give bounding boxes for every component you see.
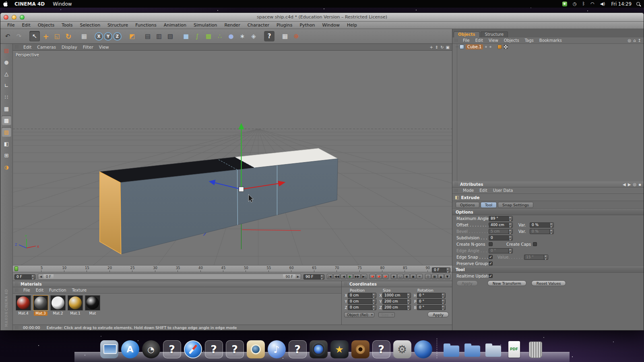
objects-menu-item[interactable]: Tags <box>522 38 537 43</box>
material-preview[interactable] <box>68 295 83 311</box>
solo-animation-button[interactable]: ⊙ <box>425 274 431 279</box>
record-position-button[interactable]: ◆ <box>391 274 397 279</box>
preserve-groups-checkbox[interactable]: ✓ <box>489 261 493 265</box>
app-menu-item[interactable]: Window <box>319 23 343 28</box>
record-pla-button[interactable]: ≡ <box>417 274 423 279</box>
objects-menu-item[interactable]: Edit <box>473 38 486 43</box>
panel-grip[interactable] <box>454 182 458 186</box>
objects-menu-item[interactable]: Objects <box>501 38 522 43</box>
material-name[interactable]: Mat <box>88 311 98 316</box>
missing-app-dock-icon-2[interactable]: ? <box>205 340 223 358</box>
web-browser-dock-icon[interactable] <box>414 340 432 358</box>
window-title-bar[interactable]: spacew ship.c4d * (Education Version – R… <box>0 13 644 22</box>
camera-label[interactable]: Perspective <box>16 53 39 57</box>
offset-field[interactable]: 400 cm <box>489 222 513 228</box>
itunes-dock-icon[interactable]: ♪ <box>268 340 286 358</box>
minimize-ui-button[interactable]: ▲ <box>438 274 444 279</box>
missing-app-dock-icon-3[interactable]: ? <box>226 340 244 358</box>
object-name[interactable]: Cube.1 <box>466 44 483 49</box>
pan-view-icon[interactable]: + <box>429 45 433 49</box>
app-menu-item[interactable]: Selection <box>76 23 104 28</box>
subdivision-field[interactable]: 0 <box>489 235 513 241</box>
range-end-handle[interactable]: 90 F <box>283 274 295 279</box>
materials-menu-item[interactable]: Texture <box>69 288 90 292</box>
material-item[interactable]: Mat.4 <box>15 295 31 316</box>
timeline-playhead[interactable] <box>14 266 18 271</box>
trash-dock-icon[interactable] <box>526 340 544 358</box>
polygons-mode-icon[interactable]: ▩ <box>2 115 11 125</box>
material-name[interactable]: Mat.3 <box>34 311 47 316</box>
edge-angle-field[interactable]: 0 ° <box>489 248 513 253</box>
texture-axis-mode-icon[interactable]: ◧ <box>2 139 11 148</box>
create-ngons-checkbox[interactable] <box>489 242 493 246</box>
os-menu-window[interactable]: Window <box>49 1 76 7</box>
size-z-field[interactable]: Z200 cm <box>379 305 411 310</box>
rotate-view-icon[interactable]: ↻ <box>440 45 444 49</box>
material-preview[interactable] <box>50 295 66 311</box>
current-frame-field[interactable]: 0 F <box>432 266 450 272</box>
timeline-layers-button[interactable]: ▦ <box>431 274 438 279</box>
lock-icon[interactable]: ▪ <box>638 182 641 187</box>
maximize-ui-button[interactable]: ▼ <box>444 274 450 279</box>
objects-menu-item[interactable]: View <box>486 38 501 43</box>
panel-grip[interactable] <box>344 282 347 286</box>
panel-grip[interactable] <box>15 326 19 330</box>
viewport-menu-item[interactable]: Cameras <box>34 45 59 49</box>
panel-grip[interactable] <box>15 45 19 49</box>
lock-z-axis-icon[interactable]: Z <box>113 32 122 41</box>
coordinate-mode-dropdown[interactable]: Object (Rel) <box>344 312 374 317</box>
imovie-dock-icon[interactable]: ★ <box>330 340 349 358</box>
rotation-p-field[interactable]: P0 ° <box>413 299 446 304</box>
folder-dock-icon-1[interactable] <box>442 340 460 358</box>
make-editable-icon[interactable]: ▧ <box>2 45 11 55</box>
toggle-view-icon[interactable]: ▣ <box>446 45 450 49</box>
growl-status-icon[interactable] <box>562 2 567 6</box>
app-menu-item[interactable]: Python <box>296 23 318 28</box>
bevel-field[interactable]: 5 cm <box>489 229 513 234</box>
materials-menu-item[interactable]: File <box>21 288 33 292</box>
app-menu-item[interactable]: Render <box>221 23 244 28</box>
record-keyframe-button[interactable] <box>369 274 376 279</box>
new-transform-button[interactable]: New Transform <box>487 280 526 286</box>
finder-dock-icon[interactable] <box>100 340 118 358</box>
attributes-menu-item[interactable]: User Data <box>490 188 516 193</box>
app-menu-item[interactable]: Tools <box>58 23 76 28</box>
photo-booth-dock-icon[interactable] <box>310 340 328 358</box>
layout-icon[interactable]: ▦ <box>280 31 290 41</box>
viewport-menu-item[interactable]: Edit <box>21 45 34 49</box>
goto-start-button[interactable]: |◀ <box>327 274 333 279</box>
system-preferences-dock-icon[interactable]: ⚙ <box>393 340 411 358</box>
spotlight-icon[interactable] <box>635 1 644 7</box>
material-preview[interactable] <box>16 295 31 311</box>
move-tool-icon[interactable]: + <box>41 31 51 41</box>
materials-menu-item[interactable]: Function <box>46 288 69 292</box>
model-mode-icon[interactable]: ● <box>2 57 11 67</box>
panel-grip[interactable] <box>15 282 19 286</box>
goto-next-frame-button[interactable]: ▶▶ <box>353 274 361 279</box>
cube-object-icon[interactable] <box>460 45 464 49</box>
workplane-tool-icon[interactable]: ◑ <box>2 162 11 172</box>
app-menu-item[interactable]: Character <box>244 23 273 28</box>
material-name[interactable]: Mat.1 <box>68 311 82 316</box>
panel-grip[interactable] <box>454 189 458 193</box>
tab-structure[interactable]: Structure <box>481 31 508 37</box>
app-menu-item[interactable]: Objects <box>34 23 58 28</box>
play-forward-button[interactable]: ▶ <box>347 274 353 279</box>
object-tree[interactable]: Cube.1 <box>452 44 644 181</box>
bluetooth-icon[interactable]: ᛒ <box>580 1 588 6</box>
object-mode-icon[interactable]: △ <box>2 69 11 78</box>
objects-menu-item[interactable]: Bookmarks <box>537 38 565 43</box>
attributes-menu-item[interactable]: Edit <box>477 188 490 193</box>
material-item[interactable]: Mat <box>85 295 101 316</box>
panel-grip[interactable] <box>15 288 19 292</box>
app-menu-item[interactable]: Plugins <box>273 23 296 28</box>
editor-visibility-dot[interactable] <box>485 45 487 48</box>
viewport-menu-item[interactable]: Filter <box>80 45 96 49</box>
viewport-menu-item[interactable]: View <box>96 45 112 49</box>
viewport-menu-item[interactable]: Display <box>59 45 80 49</box>
material-name[interactable]: Mat.4 <box>17 311 30 316</box>
documents-stack-dock-icon[interactable] <box>484 340 502 358</box>
app-menu-item[interactable]: Help <box>343 23 361 28</box>
app-menu-item[interactable]: Edit <box>18 23 34 28</box>
render-active-objects-icon[interactable]: ▥ <box>154 31 164 41</box>
